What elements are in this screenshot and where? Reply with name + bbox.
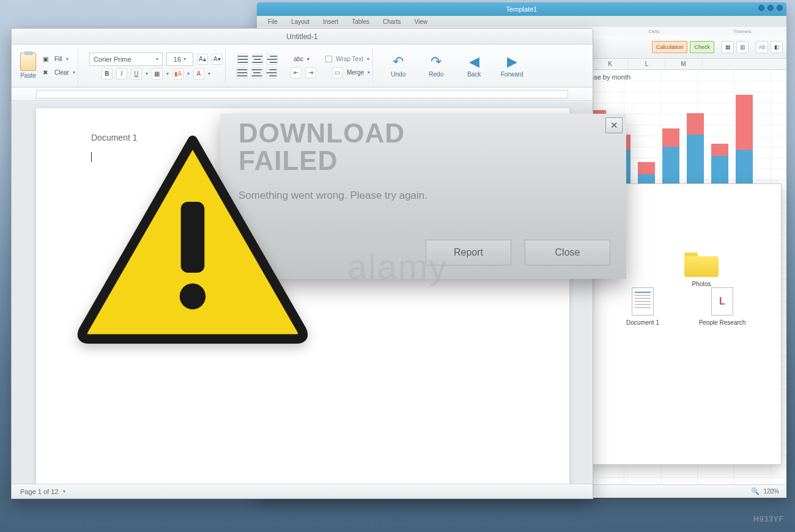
- zoom-value[interactable]: 120%: [763, 488, 779, 495]
- dialog-close-button[interactable]: ✕: [605, 117, 623, 133]
- menu-charts[interactable]: Charts: [383, 18, 401, 25]
- back-button[interactable]: ◀Back: [460, 54, 488, 78]
- finder-item-label: Photos: [692, 281, 711, 287]
- chart-bar-series-b: [638, 174, 655, 183]
- win-close[interactable]: [777, 5, 783, 11]
- check-btn[interactable]: Check: [690, 41, 714, 53]
- cell-insert-btn[interactable]: ▦: [722, 41, 734, 53]
- window-controls: [758, 5, 783, 11]
- grp-cells: Cells: [610, 29, 698, 34]
- paste-button[interactable]: Paste: [20, 53, 36, 79]
- finder-item[interactable]: LPeople Research: [692, 287, 753, 326]
- italic-button[interactable]: I: [116, 68, 127, 79]
- align-left[interactable]: [237, 67, 248, 78]
- clipboard-icon: [20, 53, 36, 71]
- merge-icon[interactable]: ▭: [332, 67, 343, 78]
- align-center[interactable]: [251, 67, 262, 78]
- word-title: Untitled-1: [286, 32, 317, 41]
- close-button[interactable]: Close: [525, 240, 610, 265]
- menu-file[interactable]: File: [268, 18, 278, 25]
- finder-item[interactable]: Photos: [671, 253, 732, 287]
- watermark-logo: a: [12, 504, 61, 522]
- page-indicator[interactable]: Page 1 of 12: [20, 488, 58, 495]
- highlight-button[interactable]: ▮A: [172, 68, 183, 79]
- chart-bar-series-a: [662, 128, 679, 147]
- word-titlebar[interactable]: Untitled-1: [12, 29, 593, 45]
- align-top[interactable]: [237, 54, 248, 65]
- finder-item[interactable]: Document 1: [612, 287, 673, 326]
- chart-bar-series-b: [662, 147, 679, 183]
- ruler[interactable]: [12, 87, 593, 101]
- wrap-checkbox[interactable]: [325, 56, 332, 62]
- fill-icon[interactable]: ▣: [40, 54, 51, 65]
- warning-icon: [73, 131, 312, 344]
- col-M[interactable]: M: [665, 59, 702, 69]
- document-icon: [632, 287, 654, 316]
- spellcheck-label[interactable]: abc: [294, 56, 303, 62]
- clear-icon[interactable]: ✖: [40, 67, 51, 78]
- theme-btn2[interactable]: ◧: [771, 41, 783, 53]
- close-icon: ✕: [610, 120, 618, 131]
- spreadsheet-titlebar[interactable]: Template1: [257, 2, 786, 16]
- forward-button[interactable]: ▶Forward: [498, 54, 526, 78]
- chart-bar-series-b: [687, 135, 704, 183]
- chart-bar-group: [686, 86, 704, 183]
- indent-inc[interactable]: ⇥: [305, 67, 316, 78]
- word-ribbon: Paste ▣Fill▾ ✖Clear▾ Corier Prime▾ 16▾ A…: [12, 45, 593, 87]
- status-caret-icon[interactable]: ▾: [63, 489, 65, 494]
- wrap-label: Wrap Text: [336, 56, 363, 62]
- word-statusbar: Page 1 of 12 ▾: [12, 484, 593, 498]
- svg-rect-0: [181, 202, 205, 273]
- theme-btn[interactable]: Ab: [756, 41, 768, 53]
- calculation-btn[interactable]: Calculation: [652, 41, 688, 53]
- align-right[interactable]: [266, 67, 277, 78]
- zoom-icon[interactable]: 🔍: [751, 487, 760, 495]
- undo-icon: ↶: [393, 54, 404, 70]
- spreadsheet-title: Template1: [506, 6, 538, 13]
- finder-item-label: Document 1: [626, 319, 659, 326]
- font-size: 16: [174, 56, 181, 63]
- chart-bar-series-a: [687, 113, 704, 135]
- cell-delete-btn[interactable]: ▥: [736, 41, 749, 53]
- undo-button[interactable]: ↶Undo: [384, 54, 412, 78]
- clear-label[interactable]: Clear: [54, 69, 69, 76]
- folder-icon: [684, 253, 719, 277]
- redo-label: Redo: [429, 71, 443, 78]
- paste-label: Paste: [20, 72, 36, 79]
- fill-label[interactable]: Fill: [54, 56, 62, 62]
- finder-item-label: People Research: [699, 319, 746, 326]
- back-label: Back: [467, 71, 481, 78]
- grp-themes: Themes: [698, 29, 786, 34]
- menu-insert[interactable]: Insert: [323, 18, 338, 25]
- font-select[interactable]: Corier Prime▾: [89, 53, 163, 66]
- win-maximize[interactable]: [767, 5, 774, 11]
- chart-bar-series-b: [711, 156, 728, 183]
- font-color-button[interactable]: A: [193, 68, 204, 79]
- chart-bar-group: [711, 86, 729, 183]
- decrease-font-icon[interactable]: A▾: [212, 54, 223, 65]
- menu-layout[interactable]: Layout: [291, 18, 309, 25]
- increase-font-icon[interactable]: A▴: [197, 54, 208, 65]
- forward-label: Forward: [501, 71, 523, 78]
- indent-dec[interactable]: ⇤: [290, 67, 301, 78]
- dialog-buttons: Report Close: [426, 240, 610, 265]
- redo-icon: ↷: [431, 54, 442, 70]
- underline-button[interactable]: U: [131, 68, 142, 79]
- chart-bar-group: [662, 86, 680, 183]
- spreadsheet-menubar: File Layout Insert Tables Charts View: [257, 16, 786, 27]
- bold-button[interactable]: B: [102, 68, 113, 79]
- align-bot[interactable]: [267, 54, 278, 65]
- win-minimize[interactable]: [758, 5, 764, 11]
- font-name: Corier Prime: [94, 56, 131, 63]
- col-K[interactable]: K: [592, 59, 629, 69]
- redo-button[interactable]: ↷Redo: [422, 54, 450, 78]
- menu-view[interactable]: View: [415, 18, 428, 25]
- align-mid[interactable]: [252, 54, 263, 65]
- font-size-select[interactable]: 16▾: [166, 53, 193, 66]
- merge-label[interactable]: Merge: [347, 69, 364, 76]
- chart-bar-series-a: [711, 144, 728, 156]
- menu-tables[interactable]: Tables: [352, 18, 369, 25]
- report-button[interactable]: Report: [426, 240, 511, 265]
- border-button[interactable]: ▦: [152, 68, 163, 79]
- col-L[interactable]: L: [629, 59, 665, 69]
